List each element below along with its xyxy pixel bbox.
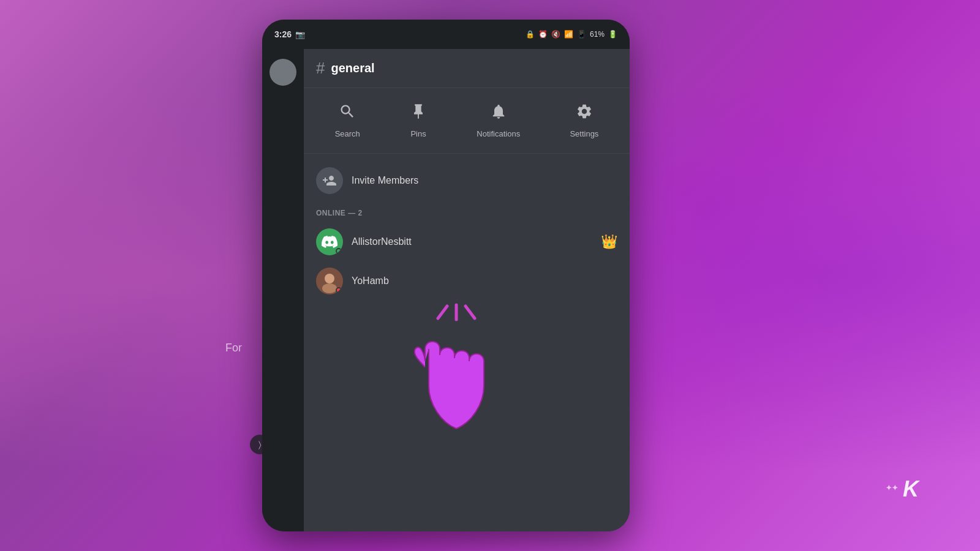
dnd-status-dot <box>336 287 342 293</box>
pins-action[interactable]: Pins <box>400 98 437 143</box>
channel-header: # general <box>304 49 630 88</box>
member-row[interactable]: AllistorNesbitt 👑 <box>304 222 630 261</box>
online-section-header: ONLINE — 2 <box>304 201 630 222</box>
svg-point-1 <box>325 274 334 283</box>
sidebar-user-avatar[interactable] <box>270 59 296 86</box>
member-avatar-yohamb <box>316 268 343 294</box>
camera-icon: 📷 <box>295 30 305 39</box>
channel-name: general <box>331 61 374 75</box>
knowtechie-k: K <box>903 476 919 501</box>
wifi-icon: 📶 <box>564 30 573 39</box>
main-panel: # general Search <box>304 49 630 531</box>
pins-icon <box>410 103 427 124</box>
sidebar <box>262 49 304 531</box>
members-list: Invite Members ONLINE — 2 AllistorNesbit… <box>304 154 630 531</box>
notifications-label: Notifications <box>477 129 520 138</box>
action-bar: Search Pins Notifi <box>304 88 630 154</box>
settings-label: Settings <box>570 129 598 138</box>
pins-label: Pins <box>410 129 426 138</box>
phone-content: # general Search <box>262 49 630 531</box>
volume-icon: 🔇 <box>551 30 560 39</box>
battery-icon: 🔋 <box>608 30 617 39</box>
notifications-icon <box>490 103 507 124</box>
invite-icon <box>316 167 343 194</box>
search-label: Search <box>335 129 360 138</box>
battery-text: 61% <box>590 30 605 39</box>
status-time: 3:26 📷 <box>274 29 305 39</box>
member-name-allistor: AllistorNesbitt <box>352 236 592 247</box>
alarm-icon: ⏰ <box>538 30 548 39</box>
signal-icon: 📱 <box>577 30 586 39</box>
invite-label: Invite Members <box>352 175 418 186</box>
online-status-dot <box>336 248 342 254</box>
expand-arrow-button[interactable]: 〉 <box>250 435 270 454</box>
people-icon <box>274 64 292 81</box>
search-icon <box>339 103 356 124</box>
crown-icon: 👑 <box>601 234 617 250</box>
for-text: For <box>225 342 242 354</box>
channel-hash-symbol: # <box>316 59 325 78</box>
lock-icon: 🔒 <box>526 30 535 39</box>
knowtechie-logo: ✦✦ K <box>886 476 919 502</box>
svg-point-2 <box>322 283 337 293</box>
phone-frame: 3:26 📷 🔒 ⏰ 🔇 📶 📱 61% 🔋 # <box>262 20 630 531</box>
settings-action[interactable]: Settings <box>560 98 608 143</box>
member-avatar-allistor <box>316 228 343 255</box>
settings-icon <box>576 103 593 124</box>
knowtechie-prefix: ✦✦ <box>886 484 898 492</box>
notifications-action[interactable]: Notifications <box>467 98 530 143</box>
search-action[interactable]: Search <box>325 98 370 143</box>
status-bar: 3:26 📷 🔒 ⏰ 🔇 📶 📱 61% 🔋 <box>262 20 630 49</box>
member-row-yohamb[interactable]: YoHamb <box>304 261 630 301</box>
status-icons: 🔒 ⏰ 🔇 📶 📱 61% 🔋 <box>526 30 617 39</box>
invite-members-row[interactable]: Invite Members <box>304 160 630 201</box>
time-display: 3:26 <box>274 29 292 39</box>
discord-logo-icon <box>322 234 337 250</box>
member-name-yohamb: YoHamb <box>352 276 617 287</box>
